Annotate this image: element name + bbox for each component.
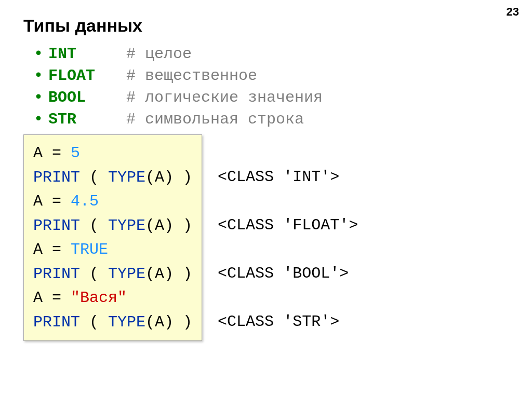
code-value: 4.5 bbox=[71, 193, 99, 210]
code-paren: ( bbox=[80, 217, 108, 235]
type-name: BOOL bbox=[48, 89, 126, 106]
code-eq: = bbox=[43, 241, 71, 258]
type-list: • INT # целое • FLOAT # вещественное • B… bbox=[34, 45, 509, 128]
type-row-float: • FLOAT # вещественное bbox=[34, 67, 509, 85]
type-comment: # целое bbox=[126, 45, 192, 63]
code-var: A bbox=[33, 289, 43, 307]
code-var: A bbox=[155, 265, 164, 283]
type-comment: # символьная строка bbox=[126, 111, 304, 128]
type-comment: # логические значения bbox=[126, 89, 323, 106]
code-print: PRINT bbox=[33, 217, 80, 235]
code-eq: = bbox=[43, 289, 71, 307]
code-var: A bbox=[33, 193, 43, 210]
code-paren: ( bbox=[145, 217, 155, 235]
output-line: <CLASS 'STR'> bbox=[218, 313, 339, 331]
type-name: INT bbox=[48, 45, 126, 63]
code-paren: ) bbox=[174, 265, 192, 283]
code-value: 5 bbox=[71, 144, 80, 162]
type-name: FLOAT bbox=[48, 67, 126, 85]
code-paren: ) bbox=[164, 265, 174, 283]
code-print: PRINT bbox=[33, 313, 80, 331]
type-comment: # вещественное bbox=[126, 67, 257, 85]
type-row-bool: • BOOL # логические значения bbox=[34, 89, 509, 106]
type-row-str: • STR # символьная строка bbox=[34, 111, 509, 128]
code-type-fn: TYPE bbox=[108, 169, 145, 186]
slide-title: Типы данных bbox=[23, 16, 509, 36]
code-value: TRUE bbox=[71, 241, 108, 258]
type-row-int: • INT # целое bbox=[34, 45, 509, 63]
bullet-icon: • bbox=[34, 67, 43, 85]
code-paren: ) bbox=[174, 313, 192, 331]
code-type-fn: TYPE bbox=[108, 265, 145, 283]
code-var: A bbox=[33, 241, 43, 258]
code-paren: ( bbox=[80, 265, 108, 283]
code-paren: ( bbox=[145, 169, 155, 186]
code-type-fn: TYPE bbox=[108, 217, 145, 235]
code-var: A bbox=[33, 144, 43, 162]
type-name: STR bbox=[48, 111, 126, 128]
code-paren: ( bbox=[80, 313, 108, 331]
code-paren: ( bbox=[145, 313, 155, 331]
code-paren: ( bbox=[145, 265, 155, 283]
code-print: PRINT bbox=[33, 265, 80, 283]
bullet-icon: • bbox=[34, 45, 43, 63]
code-paren: ( bbox=[80, 169, 108, 186]
code-paren: ) bbox=[164, 313, 174, 331]
code-type-fn: TYPE bbox=[108, 313, 145, 331]
bullet-icon: • bbox=[34, 89, 43, 106]
code-var: A bbox=[155, 217, 164, 235]
code-paren: ) bbox=[164, 169, 174, 186]
output-line: <CLASS 'FLOAT'> bbox=[218, 216, 358, 234]
code-var: A bbox=[155, 313, 164, 331]
code-var: A bbox=[155, 169, 164, 186]
output-line: <CLASS 'BOOL'> bbox=[218, 265, 349, 282]
output-column: <CLASS 'INT'> <CLASS 'FLOAT'> <CLASS 'BO… bbox=[218, 134, 358, 341]
code-eq: = bbox=[43, 144, 71, 162]
code-box: A = 5 PRINT ( TYPE(A) ) A = 4.5 PRINT ( … bbox=[23, 134, 202, 341]
bullet-icon: • bbox=[34, 111, 43, 128]
code-eq: = bbox=[43, 193, 71, 210]
code-paren: ) bbox=[174, 217, 192, 235]
code-paren: ) bbox=[174, 169, 192, 186]
code-block: A = 5 PRINT ( TYPE(A) ) A = 4.5 PRINT ( … bbox=[23, 134, 509, 341]
code-paren: ) bbox=[164, 217, 174, 235]
code-print: PRINT bbox=[33, 169, 80, 186]
page-number: 23 bbox=[507, 5, 519, 19]
code-string: "Вася" bbox=[71, 289, 127, 307]
output-line: <CLASS 'INT'> bbox=[218, 168, 339, 186]
